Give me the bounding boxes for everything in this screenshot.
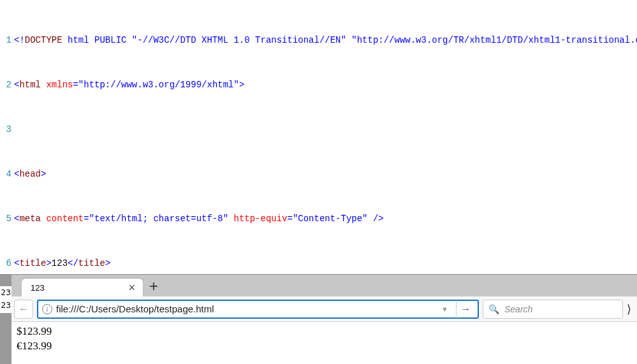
code-line: 6 <title>123</title> xyxy=(0,258,637,270)
output-row-euros: €123.99 xyxy=(17,339,632,354)
info-icon[interactable]: i xyxy=(42,304,52,314)
code-content: <html xmlns="http://www.w3.org/1999/xhtm… xyxy=(14,80,244,91)
code-line: 5 <meta content="text/html; charset=utf-… xyxy=(0,214,637,225)
url-text[interactable]: file:///C:/Users/Desktop/testpage.html xyxy=(56,303,435,314)
left-gutter-strip: 23 23 xyxy=(0,275,11,364)
close-icon[interactable]: × xyxy=(126,282,138,293)
search-input[interactable]: 🔍 Search xyxy=(483,300,623,319)
line-number: 6 xyxy=(0,258,14,270)
browser-tab-strip: 123 × + xyxy=(11,275,637,296)
line-number: 5 xyxy=(0,214,14,225)
back-button[interactable]: ← xyxy=(14,300,33,319)
tab-title: 123 xyxy=(31,283,45,293)
browser-tab[interactable]: 123 × xyxy=(22,279,143,296)
new-tab-button[interactable]: + xyxy=(149,277,158,296)
code-content: <meta content="text/html; charset=utf-8"… xyxy=(14,214,384,225)
toolbar-overflow-icon[interactable]: ⟩ xyxy=(627,296,633,321)
code-content: <title>123</title> xyxy=(14,258,110,270)
code-content: <head> xyxy=(14,169,46,180)
code-line: 3 xyxy=(0,124,637,136)
code-line: 4 <head> xyxy=(0,169,637,180)
browser-preview: 23 23 123 × + ← i file:///C:/Users/Deskt… xyxy=(0,274,637,364)
line-number: 1 xyxy=(0,35,14,47)
search-icon: 🔍 xyxy=(488,304,499,314)
browser-toolbar: ← i file:///C:/Users/Desktop/testpage.ht… xyxy=(11,296,637,322)
line-number: 4 xyxy=(0,169,14,180)
address-bar[interactable]: i file:///C:/Users/Desktop/testpage.html… xyxy=(37,300,479,319)
line-number: 2 xyxy=(0,80,14,91)
arrow-left-icon: ← xyxy=(18,303,29,315)
chevron-down-icon[interactable]: ▼ xyxy=(439,305,451,313)
rendered-page: $123.99 €123.99 xyxy=(11,322,637,364)
background-line-numbers: 23 23 xyxy=(0,286,11,313)
line-number: 3 xyxy=(0,124,14,136)
code-line: 1 <!DOCTYPE html PUBLIC "-//W3C//DTD XHT… xyxy=(0,35,637,47)
go-button[interactable]: → xyxy=(456,300,475,318)
code-content: <!DOCTYPE html PUBLIC "-//W3C//DTD XHTML… xyxy=(14,35,637,47)
code-line: 2 <html xmlns="http://www.w3.org/1999/xh… xyxy=(0,80,637,91)
arrow-right-icon: → xyxy=(461,303,471,315)
output-row-dollars: $123.99 xyxy=(17,324,632,339)
search-placeholder: Search xyxy=(504,304,532,314)
